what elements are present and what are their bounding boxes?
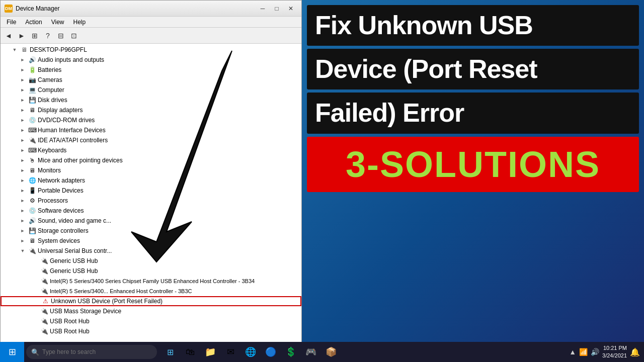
list-item[interactable]: ► 🔌 IDE ATA/ATAPI controllers: [1, 135, 301, 145]
generic-hub-1: Generic USB Hub: [50, 257, 98, 264]
list-item[interactable]: ► 🔊 Sound, video and game c...: [1, 216, 301, 226]
intel-usb-3c: Intel(R) 5 Series/3400... Enhanced Host …: [50, 288, 192, 294]
portable-label: Portable Devices: [38, 187, 84, 194]
mouse-icon: 🖱: [28, 156, 36, 164]
list-item[interactable]: 🔌 Intel(R) 5 Series/3400 Series Chipset …: [1, 276, 301, 286]
search-bar[interactable]: 🔍: [26, 345, 157, 359]
close-button[interactable]: ✕: [284, 4, 297, 14]
app2-icon[interactable]: 🎮: [302, 343, 320, 361]
date-display: 3/24/2021: [602, 352, 627, 359]
store-icon[interactable]: 🛍: [181, 343, 199, 361]
collapse-icon: ►: [19, 207, 27, 215]
fix-usb-text-2: Device (Port Reset: [315, 55, 631, 83]
window-controls: ─ □ ✕: [256, 4, 297, 14]
audio-label: Audio inputs and outputs: [38, 56, 104, 63]
list-item[interactable]: ► 🔊 Audio inputs and outputs: [1, 55, 301, 65]
list-item[interactable]: ► 🌐 Network adapters: [1, 175, 301, 186]
list-item[interactable]: ► 💾 Disk drives: [1, 95, 301, 105]
app1-icon[interactable]: 💲: [282, 343, 300, 361]
list-item[interactable]: ► ⌨ Human Interface Devices: [1, 125, 301, 135]
clock: 10:21 PM 3/24/2021: [602, 344, 627, 360]
list-item[interactable]: ► ⚙ Processors: [1, 196, 301, 206]
display-label: Display adapters: [38, 107, 83, 114]
banner-line2: Device (Port Reset: [307, 49, 639, 89]
list-item[interactable]: 🔌 Generic USB Hub: [1, 266, 301, 276]
software-icon: 💿: [28, 207, 36, 215]
list-item[interactable]: ► 🖱 Mice and other pointing devices: [1, 155, 301, 165]
collapse-icon: ►: [19, 156, 27, 164]
mass-storage-icon: 🔌: [40, 307, 48, 315]
collapse-icon: ►: [19, 136, 27, 144]
list-item[interactable]: ► 🖥 Monitors: [1, 165, 301, 175]
properties-button[interactable]: ⊞: [29, 30, 41, 42]
solutions-banner: 3-SOLUTIONS: [307, 137, 639, 192]
display-icon: 🖥: [28, 106, 36, 114]
banner-line1: Fix Unknown USB: [307, 5, 639, 46]
list-item[interactable]: ► 💻 Computer: [1, 85, 301, 95]
audio-icon: 🔊: [28, 56, 36, 64]
back-button[interactable]: ◄: [3, 30, 15, 42]
list-item[interactable]: 🔌 USB Root Hub: [1, 316, 301, 326]
unknown-usb-device-item[interactable]: ⚠ Unknown USB Device (Port Reset Failed): [1, 296, 301, 306]
minimize-button[interactable]: ─: [256, 4, 269, 14]
volume-icon: 🔊: [591, 348, 599, 356]
edge-icon[interactable]: 🌐: [242, 343, 260, 361]
chrome-icon[interactable]: 🔵: [262, 343, 280, 361]
dvd-label: DVD/CD-ROM drives: [38, 117, 95, 124]
list-item[interactable]: ► 💿 DVD/CD-ROM drives: [1, 115, 301, 125]
search-input[interactable]: [42, 348, 143, 355]
taskview-button[interactable]: ⊞: [161, 343, 179, 361]
system-icon: 🖥: [28, 237, 36, 245]
usb-root-icon2: 🔌: [40, 327, 48, 335]
maximize-button[interactable]: □: [270, 4, 283, 14]
forward-button[interactable]: ►: [16, 30, 28, 42]
list-item[interactable]: ► 🖥 Display adapters: [1, 105, 301, 115]
generic-hub-2: Generic USB Hub: [50, 267, 98, 275]
unknown-usb-label: Unknown USB Device (Port Reset Failed): [51, 298, 163, 305]
device-manager-window: DM Device Manager ─ □ ✕ File Action View…: [0, 0, 302, 362]
device-tree[interactable]: ▼ 🖥 DESKTOP-P96GPFL ► 🔊 Audio inputs and…: [1, 44, 301, 353]
collapse-button[interactable]: ⊟: [55, 30, 67, 42]
menu-file[interactable]: File: [3, 18, 20, 27]
usb-icon: 🔌: [28, 247, 36, 255]
computer-node-icon: 💻: [28, 86, 36, 94]
list-item[interactable]: ► 💿 Software devices: [1, 206, 301, 216]
menu-action[interactable]: Action: [21, 18, 46, 27]
list-item[interactable]: ► ⌨ Keyboards: [1, 145, 301, 155]
usb-category[interactable]: ▼ 🔌 Universal Serial Bus contr...: [1, 246, 301, 256]
banner-line3: Failed) Error: [307, 93, 639, 133]
collapse-icon: ►: [19, 106, 27, 114]
help-button[interactable]: ?: [42, 30, 54, 42]
list-item[interactable]: ► 📱 Portable Devices: [1, 186, 301, 196]
start-button[interactable]: ⊞: [0, 342, 24, 362]
list-item[interactable]: ► 📷 Cameras: [1, 75, 301, 85]
expand-button[interactable]: ⊡: [68, 30, 80, 42]
menu-help[interactable]: Help: [69, 18, 90, 27]
child-expand: [31, 307, 39, 315]
usb-hub-icon2: 🔌: [40, 267, 48, 275]
list-item[interactable]: ► 🔋 Batteries: [1, 65, 301, 75]
child-expand: [31, 257, 39, 265]
mail-icon[interactable]: ✉: [221, 343, 239, 361]
list-item[interactable]: 🔌 Generic USB Hub: [1, 256, 301, 266]
camera-label: Cameras: [38, 76, 62, 83]
list-item[interactable]: ► 💾 Storage controllers: [1, 226, 301, 236]
tree-root[interactable]: ▼ 🖥 DESKTOP-P96GPFL: [1, 45, 301, 55]
list-item[interactable]: 🔌 USB Mass Storage Device: [1, 306, 301, 316]
explorer-icon[interactable]: 📁: [201, 343, 219, 361]
list-item[interactable]: 🔌 USB Root Hub: [1, 326, 301, 336]
window-title: Device Manager: [16, 5, 256, 12]
notification-icon[interactable]: 🔔: [630, 347, 640, 357]
monitor-icon: 🖥: [28, 166, 36, 174]
keyboard-label: Keyboards: [38, 147, 66, 154]
list-item[interactable]: 🔌 Intel(R) 5 Series/3400... Enhanced Hos…: [1, 286, 301, 296]
app3-icon[interactable]: 📦: [322, 343, 340, 361]
intel-usb-icon: 🔌: [40, 277, 48, 285]
storage-icon: 💾: [28, 227, 36, 235]
collapse-icon: ►: [19, 217, 27, 225]
list-item[interactable]: ► 🖥 System devices: [1, 236, 301, 246]
menu-view[interactable]: View: [47, 18, 68, 27]
child-expand: [31, 267, 39, 275]
battery-label: Batteries: [38, 66, 61, 73]
processor-label: Processors: [38, 197, 68, 204]
